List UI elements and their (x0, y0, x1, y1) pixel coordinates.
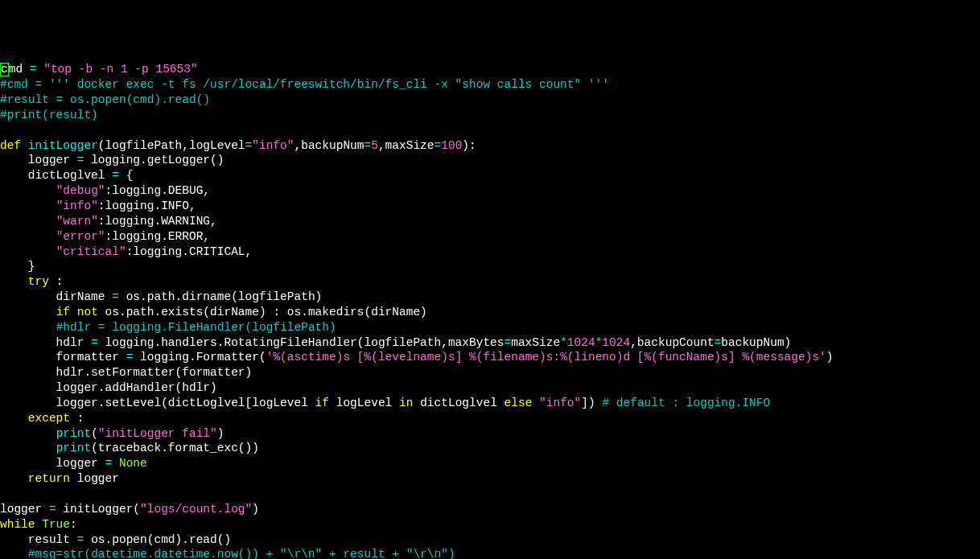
code-line: hdlr = logging.handlers.RotatingFileHand… (0, 335, 980, 351)
code-line: return logger (0, 471, 980, 487)
code-token: initLogger (28, 139, 98, 152)
code-token: logger (0, 457, 105, 470)
code-line: if not os.path.exists(dirName) : os.make… (0, 305, 980, 320)
code-token: :logging.DEBUG, (105, 184, 211, 197)
code-token: ]) (581, 397, 602, 409)
code-token (0, 442, 56, 454)
code-line: dirName = os.path.dirname(logfilePath) (0, 290, 980, 305)
code-token: = (49, 503, 63, 516)
code-token: os.popen(cmd).read() (91, 533, 231, 546)
code-token: os.path.dirname(logfilePath) (126, 290, 323, 303)
code-line: def initLogger(logfilePath,logLevel="inf… (0, 138, 980, 154)
code-token: hdlr.setFormatter(formatter) (0, 366, 252, 379)
code-token: dirName (0, 290, 112, 303)
code-line: #cmd = ''' docker exec -t fs /usr/local/… (0, 77, 980, 92)
code-token: "warn" (56, 215, 98, 228)
code-line: except : (0, 411, 980, 426)
code-token: "info" (252, 139, 294, 152)
code-token: None (119, 457, 147, 470)
code-token: not (77, 306, 105, 319)
code-token: backupNum) (721, 336, 791, 349)
code-token (0, 215, 56, 228)
code-token: } (0, 260, 35, 273)
code-line: logger = None (0, 456, 980, 471)
code-line: "info":logging.INFO, (0, 199, 980, 214)
code-token: = (30, 63, 43, 76)
code-token: 100 (441, 139, 462, 152)
code-token: = (77, 533, 91, 546)
code-token: (traceback.format_exc()) (91, 442, 259, 454)
code-token (0, 199, 56, 212)
code-line: hdlr.setFormatter(formatter) (0, 365, 980, 380)
code-line: result = os.popen(cmd).read() (0, 532, 980, 548)
code-token: print (56, 427, 92, 440)
code-token: : (77, 412, 84, 425)
code-token: ): (462, 139, 476, 152)
code-line: while True: (0, 517, 980, 532)
code-line (0, 487, 980, 502)
code-token: :logging.ERROR, (105, 230, 211, 243)
code-token: #print(result) (0, 109, 98, 121)
code-token: = (105, 457, 119, 470)
code-token: = (112, 290, 126, 303)
code-line: #result = os.popen(cmd).read() (0, 92, 980, 108)
code-line (0, 123, 980, 138)
code-line: logger = initLogger("logs/count.log") (0, 502, 980, 517)
code-token (0, 472, 28, 485)
code-token: logger (0, 503, 49, 516)
code-token: logging.handlers.RotatingFileHandler(log… (105, 336, 504, 349)
code-token: "info" (56, 199, 98, 212)
code-line: cmd = "top -b -n 1 -p 15653" (0, 62, 980, 77)
code-token: while (0, 518, 42, 531)
code-token: formatter (0, 351, 126, 364)
code-token: try (28, 275, 56, 288)
code-token: ,maxSize (378, 139, 434, 152)
code-token: ,backupCount (630, 336, 714, 349)
code-token: { (126, 169, 134, 182)
cursor: c (0, 63, 9, 76)
code-token: = (714, 336, 722, 349)
code-token: # default : logging.INFO (602, 397, 770, 409)
code-token: logLevel (336, 397, 399, 409)
code-token: except (28, 412, 77, 425)
code-token (0, 412, 28, 425)
code-token: #msg=str(datetime.datetime.now()) + "\r\… (28, 548, 455, 559)
code-token: : (56, 275, 64, 288)
code-token: print (56, 442, 92, 454)
code-token: "logs/count.log" (140, 503, 252, 516)
code-token: dictLoglvel (420, 397, 504, 409)
code-token: in (399, 397, 420, 409)
code-token (0, 245, 56, 258)
code-token: 1024 (602, 336, 630, 349)
code-token: else (504, 397, 540, 409)
code-token: logger (77, 472, 119, 485)
code-token: initLogger( (63, 503, 140, 516)
code-token (0, 275, 28, 288)
code-token (0, 427, 56, 440)
code-token: maxSize (511, 336, 560, 349)
code-token: def (0, 139, 28, 152)
code-line: logger.addHandler(hdlr) (0, 380, 980, 396)
code-token: ,backupNum (294, 139, 364, 152)
code-token: hdlr (0, 336, 91, 349)
code-token: #result = os.popen(cmd).read() (0, 93, 210, 106)
code-token: c (1, 63, 8, 76)
code-token: "initLogger fail" (98, 427, 217, 440)
code-editor[interactable]: cmd = "top -b -n 1 -p 15653"#cmd = ''' d… (0, 62, 980, 559)
code-token: os.path.exists(dirName) : os.makedirs(di… (105, 306, 427, 319)
code-line: "error":logging.ERROR, (0, 229, 980, 245)
code-token: : (70, 518, 77, 531)
code-line: "critical":logging.CRITICAL, (0, 245, 980, 260)
code-token: md (9, 63, 30, 76)
code-line: formatter = logging.Formatter('%(asctime… (0, 350, 980, 365)
code-line: dictLoglvel = { (0, 168, 980, 183)
code-token: :logging.CRITICAL, (126, 245, 253, 258)
code-line: #print(result) (0, 108, 980, 123)
code-token: '%(asctime)s [%(levelname)s] %(filename)… (266, 351, 826, 364)
code-token: #cmd = ''' docker exec -t fs /usr/local/… (0, 78, 609, 91)
code-token: ) (217, 427, 224, 440)
code-token: ) (252, 503, 259, 516)
code-token: 5 (371, 139, 378, 152)
code-line: print(traceback.format_exc()) (0, 441, 980, 456)
code-token (0, 548, 28, 559)
